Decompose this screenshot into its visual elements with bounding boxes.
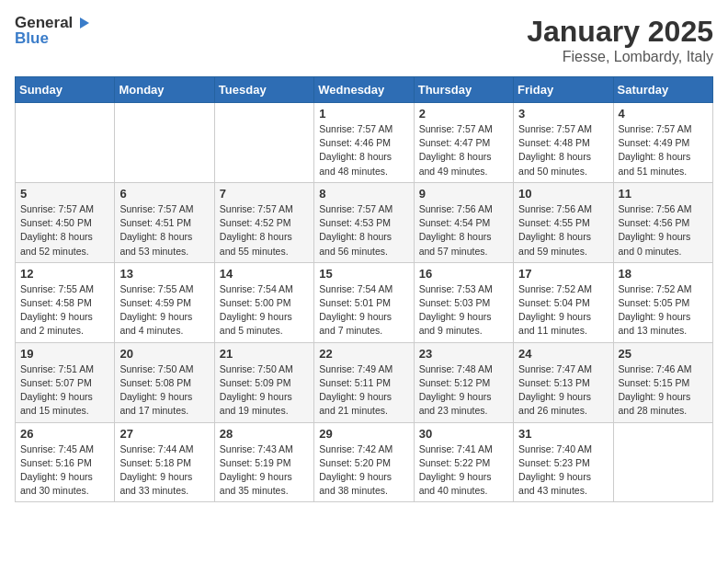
calendar-cell: 26Sunrise: 7:45 AMSunset: 5:16 PMDayligh… xyxy=(16,422,115,502)
cell-content: Sunrise: 7:43 AMSunset: 5:19 PMDaylight:… xyxy=(220,442,309,499)
day-number: 10 xyxy=(518,187,608,201)
title-area: January 2025 Fiesse, Lombardy, Italy xyxy=(527,15,713,65)
week-row-2: 12Sunrise: 7:55 AMSunset: 4:58 PMDayligh… xyxy=(16,262,713,342)
cell-content: Sunrise: 7:46 AMSunset: 5:15 PMDaylight:… xyxy=(619,362,708,419)
calendar-cell: 17Sunrise: 7:52 AMSunset: 5:04 PMDayligh… xyxy=(514,262,613,342)
cell-content: Sunrise: 7:54 AMSunset: 5:01 PMDaylight:… xyxy=(319,282,408,339)
cell-content: Sunrise: 7:48 AMSunset: 5:12 PMDaylight:… xyxy=(419,362,508,419)
calendar-cell: 1Sunrise: 7:57 AMSunset: 4:46 PMDaylight… xyxy=(314,103,414,183)
week-row-3: 19Sunrise: 7:51 AMSunset: 5:07 PMDayligh… xyxy=(16,342,713,422)
cell-content: Sunrise: 7:49 AMSunset: 5:11 PMDaylight:… xyxy=(319,362,408,419)
calendar-cell: 27Sunrise: 7:44 AMSunset: 5:18 PMDayligh… xyxy=(115,422,214,502)
calendar-cell: 22Sunrise: 7:49 AMSunset: 5:11 PMDayligh… xyxy=(314,342,414,422)
calendar-cell: 14Sunrise: 7:54 AMSunset: 5:00 PMDayligh… xyxy=(214,262,313,342)
calendar-cell: 30Sunrise: 7:41 AMSunset: 5:22 PMDayligh… xyxy=(414,422,513,502)
day-number: 17 xyxy=(518,267,608,281)
weekday-header-row: SundayMondayTuesdayWednesdayThursdayFrid… xyxy=(16,77,713,103)
day-number: 18 xyxy=(619,267,708,281)
day-number: 9 xyxy=(419,187,508,201)
calendar-cell: 25Sunrise: 7:46 AMSunset: 5:15 PMDayligh… xyxy=(613,342,712,422)
calendar-cell: 2Sunrise: 7:57 AMSunset: 4:47 PMDaylight… xyxy=(414,103,513,183)
day-number: 7 xyxy=(220,187,309,201)
day-number: 24 xyxy=(518,347,608,361)
calendar-cell: 8Sunrise: 7:57 AMSunset: 4:53 PMDaylight… xyxy=(314,182,414,262)
calendar-cell: 21Sunrise: 7:50 AMSunset: 5:09 PMDayligh… xyxy=(214,342,313,422)
weekday-header-wednesday: Wednesday xyxy=(314,77,414,103)
logo-graphic: General Blue xyxy=(15,15,91,47)
cell-content: Sunrise: 7:45 AMSunset: 5:16 PMDaylight:… xyxy=(20,442,109,499)
day-number: 6 xyxy=(119,187,209,201)
cell-content: Sunrise: 7:56 AMSunset: 4:54 PMDaylight:… xyxy=(419,202,508,259)
cell-content: Sunrise: 7:53 AMSunset: 5:03 PMDaylight:… xyxy=(419,282,508,339)
calendar-cell: 5Sunrise: 7:57 AMSunset: 4:50 PMDaylight… xyxy=(16,182,115,262)
day-number: 22 xyxy=(319,347,408,361)
cell-content: Sunrise: 7:40 AMSunset: 5:23 PMDaylight:… xyxy=(518,442,608,499)
cell-content: Sunrise: 7:57 AMSunset: 4:53 PMDaylight:… xyxy=(319,202,408,259)
weekday-header-friday: Friday xyxy=(514,77,613,103)
day-number: 30 xyxy=(419,427,508,441)
cell-content: Sunrise: 7:56 AMSunset: 4:56 PMDaylight:… xyxy=(619,202,708,259)
day-number: 19 xyxy=(20,347,109,361)
cell-content: Sunrise: 7:42 AMSunset: 5:20 PMDaylight:… xyxy=(319,442,408,499)
day-number: 14 xyxy=(220,267,309,281)
cell-content: Sunrise: 7:57 AMSunset: 4:51 PMDaylight:… xyxy=(119,202,209,259)
logo: General Blue xyxy=(15,15,91,47)
logo-arrow-icon xyxy=(74,15,91,31)
cell-content: Sunrise: 7:52 AMSunset: 5:04 PMDaylight:… xyxy=(518,282,608,339)
day-number: 31 xyxy=(518,427,608,441)
cell-content: Sunrise: 7:52 AMSunset: 5:05 PMDaylight:… xyxy=(619,282,708,339)
calendar-cell: 11Sunrise: 7:56 AMSunset: 4:56 PMDayligh… xyxy=(613,182,712,262)
cell-content: Sunrise: 7:57 AMSunset: 4:46 PMDaylight:… xyxy=(319,122,408,178)
calendar-cell xyxy=(115,103,214,183)
calendar-cell: 20Sunrise: 7:50 AMSunset: 5:08 PMDayligh… xyxy=(115,342,214,422)
calendar-cell: 31Sunrise: 7:40 AMSunset: 5:23 PMDayligh… xyxy=(514,422,613,502)
day-number: 1 xyxy=(319,107,408,121)
calendar-cell: 15Sunrise: 7:54 AMSunset: 5:01 PMDayligh… xyxy=(314,262,414,342)
svg-marker-0 xyxy=(80,17,89,29)
calendar-cell: 3Sunrise: 7:57 AMSunset: 4:48 PMDaylight… xyxy=(514,103,613,183)
day-number: 16 xyxy=(419,267,508,281)
month-title: January 2025 xyxy=(527,15,713,49)
day-number: 11 xyxy=(619,187,708,201)
day-number: 12 xyxy=(20,267,109,281)
header: General Blue January 2025 Fiesse, Lombar… xyxy=(15,15,713,65)
weekday-header-thursday: Thursday xyxy=(414,77,513,103)
day-number: 4 xyxy=(619,107,708,121)
cell-content: Sunrise: 7:55 AMSunset: 4:59 PMDaylight:… xyxy=(119,282,209,339)
calendar-cell xyxy=(16,103,115,183)
calendar-table: SundayMondayTuesdayWednesdayThursdayFrid… xyxy=(15,76,713,502)
location-title: Fiesse, Lombardy, Italy xyxy=(527,49,713,65)
day-number: 25 xyxy=(619,347,708,361)
weekday-header-sunday: Sunday xyxy=(16,77,115,103)
day-number: 23 xyxy=(419,347,508,361)
cell-content: Sunrise: 7:51 AMSunset: 5:07 PMDaylight:… xyxy=(20,362,109,419)
cell-content: Sunrise: 7:57 AMSunset: 4:49 PMDaylight:… xyxy=(619,122,708,178)
day-number: 8 xyxy=(319,187,408,201)
week-row-0: 1Sunrise: 7:57 AMSunset: 4:46 PMDaylight… xyxy=(16,103,713,183)
weekday-header-saturday: Saturday xyxy=(613,77,712,103)
calendar-cell xyxy=(214,103,313,183)
cell-content: Sunrise: 7:57 AMSunset: 4:52 PMDaylight:… xyxy=(220,202,309,259)
weekday-header-monday: Monday xyxy=(115,77,214,103)
calendar-cell: 4Sunrise: 7:57 AMSunset: 4:49 PMDaylight… xyxy=(613,103,712,183)
calendar-cell xyxy=(613,422,712,502)
cell-content: Sunrise: 7:55 AMSunset: 4:58 PMDaylight:… xyxy=(20,282,109,339)
calendar-cell: 6Sunrise: 7:57 AMSunset: 4:51 PMDaylight… xyxy=(115,182,214,262)
calendar-cell: 13Sunrise: 7:55 AMSunset: 4:59 PMDayligh… xyxy=(115,262,214,342)
day-number: 13 xyxy=(119,267,209,281)
cell-content: Sunrise: 7:57 AMSunset: 4:48 PMDaylight:… xyxy=(518,122,608,178)
calendar-cell: 16Sunrise: 7:53 AMSunset: 5:03 PMDayligh… xyxy=(414,262,513,342)
logo-blue-text: Blue xyxy=(15,30,91,48)
calendar-cell: 10Sunrise: 7:56 AMSunset: 4:55 PMDayligh… xyxy=(514,182,613,262)
cell-content: Sunrise: 7:41 AMSunset: 5:22 PMDaylight:… xyxy=(419,442,508,499)
calendar-cell: 18Sunrise: 7:52 AMSunset: 5:05 PMDayligh… xyxy=(613,262,712,342)
week-row-4: 26Sunrise: 7:45 AMSunset: 5:16 PMDayligh… xyxy=(16,422,713,502)
calendar-cell: 7Sunrise: 7:57 AMSunset: 4:52 PMDaylight… xyxy=(214,182,313,262)
calendar-cell: 23Sunrise: 7:48 AMSunset: 5:12 PMDayligh… xyxy=(414,342,513,422)
day-number: 15 xyxy=(319,267,408,281)
week-row-1: 5Sunrise: 7:57 AMSunset: 4:50 PMDaylight… xyxy=(16,182,713,262)
cell-content: Sunrise: 7:54 AMSunset: 5:00 PMDaylight:… xyxy=(220,282,309,339)
cell-content: Sunrise: 7:47 AMSunset: 5:13 PMDaylight:… xyxy=(518,362,608,419)
cell-content: Sunrise: 7:50 AMSunset: 5:08 PMDaylight:… xyxy=(119,362,209,419)
calendar-cell: 24Sunrise: 7:47 AMSunset: 5:13 PMDayligh… xyxy=(514,342,613,422)
